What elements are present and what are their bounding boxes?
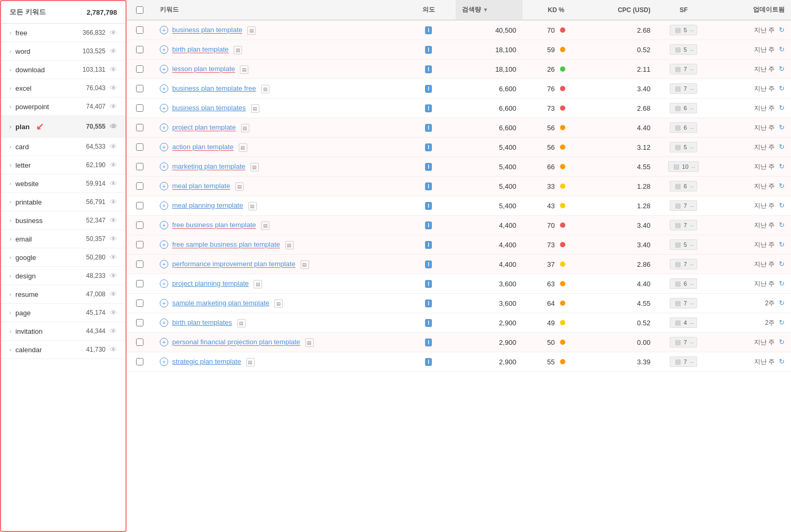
row-checkbox[interactable] <box>136 143 143 151</box>
sf-box[interactable]: ▤ 5 -- <box>670 239 697 250</box>
sidebar-item-invitation[interactable]: › invitation 44,344 👁 <box>1 322 126 341</box>
sidebar-item-powerpoint[interactable]: › powerpoint 74,407 👁 <box>1 98 126 116</box>
keyword-link[interactable]: meal planning template <box>172 201 243 209</box>
keyword-link[interactable]: business plan templates <box>172 104 246 112</box>
row-checkbox[interactable] <box>136 202 143 209</box>
sidebar-item-printable[interactable]: › printable 56,791 👁 <box>1 193 126 211</box>
row-checkbox[interactable] <box>136 241 143 248</box>
sidebar-item-word[interactable]: › word 103,525 👁 <box>1 42 126 61</box>
eye-icon[interactable]: 👁 <box>110 253 117 262</box>
eye-icon[interactable]: 👁 <box>110 65 117 74</box>
keyword-link[interactable]: lesson plan template <box>172 65 235 73</box>
plus-circle-icon[interactable]: + <box>160 143 168 151</box>
refresh-icon[interactable]: ↻ <box>779 182 785 190</box>
sidebar-item-email[interactable]: › email 50,357 👁 <box>1 230 126 248</box>
refresh-icon[interactable]: ↻ <box>779 338 785 346</box>
refresh-icon[interactable]: ↻ <box>779 318 785 326</box>
serp-icon[interactable]: ▤ <box>274 299 283 308</box>
sidebar-item-download[interactable]: › download 103,131 👁 <box>1 61 126 79</box>
plus-circle-icon[interactable]: + <box>160 279 168 288</box>
sf-box[interactable]: ▤ 10 -- <box>668 161 699 172</box>
serp-icon[interactable]: ▤ <box>261 85 269 93</box>
serp-icon[interactable]: ▤ <box>305 338 314 347</box>
plus-circle-icon[interactable]: + <box>160 26 168 34</box>
keyword-link[interactable]: personal financial projection plan templ… <box>172 338 301 346</box>
refresh-icon[interactable]: ↻ <box>779 143 785 151</box>
plus-circle-icon[interactable]: + <box>160 338 168 346</box>
sf-box[interactable]: ▤ 5 -- <box>670 44 697 55</box>
plus-circle-icon[interactable]: + <box>160 240 168 249</box>
keyword-link[interactable]: birth plan template <box>172 45 229 53</box>
refresh-icon[interactable]: ↻ <box>779 357 785 365</box>
row-checkbox[interactable] <box>136 104 143 112</box>
serp-icon[interactable]: ▤ <box>234 46 242 54</box>
plus-circle-icon[interactable]: + <box>160 123 168 132</box>
sf-box[interactable]: ▤ 5 -- <box>670 142 697 152</box>
eye-icon[interactable]: 👁 <box>110 216 117 225</box>
refresh-icon[interactable]: ↻ <box>779 65 785 73</box>
sidebar-item-excel[interactable]: › excel 76,043 👁 <box>1 79 126 98</box>
row-checkbox[interactable] <box>136 163 143 170</box>
serp-icon[interactable]: ▤ <box>285 241 294 249</box>
refresh-icon[interactable]: ↻ <box>779 279 785 287</box>
eye-icon[interactable]: 👁 <box>110 198 117 206</box>
sidebar-item-letter[interactable]: › letter 62,190 👁 <box>1 156 126 175</box>
sf-box[interactable]: ▤ 7 -- <box>670 356 697 367</box>
sf-box[interactable]: ▤ 7 -- <box>670 220 697 230</box>
sidebar-item-free[interactable]: › free 366,832 👁 <box>1 24 126 42</box>
refresh-icon[interactable]: ↻ <box>779 162 785 170</box>
serp-icon[interactable]: ▤ <box>247 26 256 35</box>
row-checkbox[interactable] <box>136 338 143 346</box>
refresh-icon[interactable]: ↻ <box>779 26 785 34</box>
row-checkbox[interactable] <box>136 299 143 307</box>
serp-icon[interactable]: ▤ <box>240 65 248 74</box>
sidebar-item-plan[interactable]: › plan ↙ 70,555 👁 <box>1 116 126 138</box>
plus-circle-icon[interactable]: + <box>160 318 168 327</box>
serp-icon[interactable]: ▤ <box>261 221 269 230</box>
eye-icon[interactable]: 👁 <box>110 235 117 243</box>
row-checkbox[interactable] <box>136 46 143 53</box>
sidebar-item-business[interactable]: › business 52,347 👁 <box>1 211 126 230</box>
select-all-checkbox[interactable] <box>136 6 143 14</box>
keyword-link[interactable]: project plan template <box>172 123 236 131</box>
row-checkbox[interactable] <box>136 260 143 268</box>
sidebar-item-design[interactable]: › design 48,233 👁 <box>1 267 126 285</box>
row-checkbox[interactable] <box>136 182 143 190</box>
sidebar-item-calendar[interactable]: › calendar 41,730 👁 <box>1 341 126 359</box>
refresh-icon[interactable]: ↻ <box>779 201 785 209</box>
row-checkbox[interactable] <box>136 26 143 34</box>
keyword-link[interactable]: business plan template <box>172 26 243 34</box>
serp-icon[interactable]: ▤ <box>246 358 255 366</box>
refresh-icon[interactable]: ↻ <box>779 299 785 307</box>
eye-icon[interactable]: 👁 <box>110 28 117 37</box>
refresh-icon[interactable]: ↻ <box>779 240 785 248</box>
eye-icon[interactable]: 👁 <box>110 84 117 92</box>
sf-box[interactable]: ▤ 6 -- <box>670 103 697 113</box>
keyword-link[interactable]: performance improvement plan template <box>172 260 295 268</box>
serp-icon[interactable]: ▤ <box>248 202 257 210</box>
sf-box[interactable]: ▤ 6 -- <box>670 122 697 133</box>
col-header-volume[interactable]: 검색량 ▼ <box>456 0 523 20</box>
sf-box[interactable]: ▤ 7 -- <box>670 83 697 94</box>
eye-icon[interactable]: 👁 <box>110 179 117 188</box>
sf-box[interactable]: ▤ 5 -- <box>670 25 697 35</box>
serp-icon[interactable]: ▤ <box>250 163 259 171</box>
row-checkbox[interactable] <box>136 221 143 229</box>
sidebar-item-resume[interactable]: › resume 47,008 👁 <box>1 285 126 304</box>
eye-icon[interactable]: 👁 <box>110 308 117 317</box>
refresh-icon[interactable]: ↻ <box>779 104 785 112</box>
keyword-link[interactable]: free sample business plan template <box>172 240 281 248</box>
keyword-link[interactable]: sample marketing plan template <box>172 299 269 307</box>
plus-circle-icon[interactable]: + <box>160 299 168 307</box>
row-checkbox[interactable] <box>136 124 143 131</box>
sidebar-item-google[interactable]: › google 50,280 👁 <box>1 248 126 267</box>
sidebar-item-card[interactable]: › card 64,533 👁 <box>1 138 126 156</box>
plus-circle-icon[interactable]: + <box>160 104 168 112</box>
plus-circle-icon[interactable]: + <box>160 221 168 229</box>
row-checkbox[interactable] <box>136 319 143 326</box>
serp-icon[interactable]: ▤ <box>235 182 244 191</box>
keyword-link[interactable]: marketing plan template <box>172 162 246 170</box>
row-checkbox[interactable] <box>136 280 143 287</box>
plus-circle-icon[interactable]: + <box>160 260 168 268</box>
sf-box[interactable]: ▤ 7 -- <box>670 64 697 74</box>
